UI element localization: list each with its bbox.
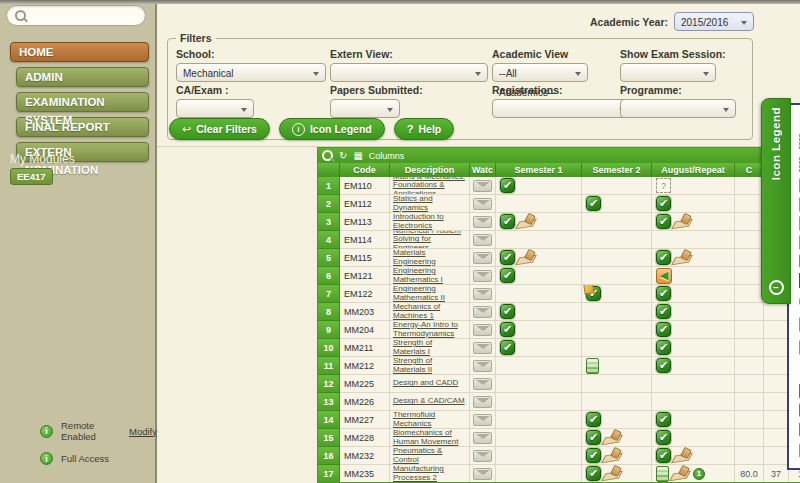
search-input[interactable] [31, 9, 135, 22]
stamp-icon[interactable] [604, 448, 622, 463]
envelope-icon[interactable] [473, 216, 492, 228]
modify-link[interactable]: Modify [129, 426, 157, 437]
envelope-icon[interactable] [473, 324, 492, 336]
check-icon[interactable] [656, 412, 671, 427]
envelope-icon[interactable] [473, 198, 492, 210]
stamp-icon[interactable] [674, 250, 692, 265]
check-icon[interactable] [656, 214, 671, 229]
module-link[interactable]: Pneumatics & Control [393, 447, 466, 464]
check-icon[interactable] [586, 448, 601, 463]
question-icon[interactable] [656, 178, 671, 193]
stamp-icon[interactable] [674, 214, 692, 229]
envelope-icon[interactable] [473, 342, 492, 354]
filter-select[interactable] [620, 99, 736, 118]
module-link[interactable]: Manufacturing Processes 2 [393, 465, 466, 482]
module-link[interactable]: Thermofluid Mechanics [393, 411, 466, 428]
module-link[interactable]: Strength of Materials II [393, 357, 466, 374]
check-icon[interactable] [586, 412, 601, 427]
module-link[interactable]: Engineering Mathematics I [393, 267, 466, 284]
check-icon[interactable] [586, 430, 601, 445]
check-icon[interactable] [500, 304, 515, 319]
stamp-icon[interactable] [674, 448, 692, 463]
filter-select[interactable] [176, 99, 254, 118]
check-tag-icon[interactable] [586, 286, 601, 301]
module-link[interactable]: Biomechanics of Human Movement [393, 429, 466, 446]
doc-green-icon[interactable] [656, 466, 669, 482]
check-icon[interactable] [656, 322, 671, 337]
envelope-icon[interactable] [473, 288, 492, 300]
module-link[interactable]: Engineering Mathematics II [393, 285, 466, 302]
stamp-icon[interactable] [518, 250, 536, 265]
module-link[interactable]: Design and CADD [393, 379, 458, 388]
check-icon[interactable] [656, 430, 671, 445]
module-link[interactable]: Energy-An Intro to Thermodynamics [393, 321, 466, 338]
module-link[interactable]: Maths & Mechanics: Foundations & Applica… [393, 177, 466, 195]
columns-icon[interactable]: ▦ [353, 151, 362, 161]
stamp-icon[interactable] [604, 466, 622, 481]
refresh-icon[interactable]: ↻ [339, 151, 347, 161]
stamp-icon[interactable] [672, 466, 690, 481]
envelope-icon[interactable] [473, 468, 492, 480]
column-header-description[interactable]: Description [390, 163, 470, 177]
stamp-icon[interactable] [518, 214, 536, 229]
stamp-icon[interactable] [604, 430, 622, 445]
filter-select[interactable] [330, 63, 488, 82]
filter-select[interactable]: Mechanical [176, 63, 326, 82]
check-icon[interactable] [500, 214, 515, 229]
column-header-c[interactable]: C [735, 163, 764, 177]
sidebar-item-home[interactable]: HOME [10, 42, 149, 62]
module-link[interactable]: Statics and Dynamics [393, 195, 466, 212]
sidebar-item-final-report[interactable]: FINAL REPORT [16, 117, 149, 137]
check-icon[interactable] [656, 250, 671, 265]
module-link[interactable]: Introduction to Electronics [393, 213, 466, 230]
check-icon[interactable] [656, 340, 671, 355]
module-link[interactable]: Design & CAD/CAM [393, 397, 465, 406]
check-icon[interactable] [586, 196, 601, 211]
sidebar-item-admin[interactable]: ADMIN [16, 67, 149, 87]
check-icon[interactable] [656, 196, 671, 211]
module-badge-ee417[interactable]: EE417 [10, 168, 53, 185]
column-header-watc[interactable]: Watc [470, 163, 496, 177]
check-icon[interactable] [656, 286, 671, 301]
returned-icon[interactable] [656, 268, 672, 284]
check-icon[interactable] [500, 322, 515, 337]
envelope-icon[interactable] [473, 414, 492, 426]
envelope-icon[interactable] [473, 378, 492, 390]
check-icon[interactable] [586, 466, 601, 481]
check-icon[interactable] [500, 268, 515, 283]
academic-year-select[interactable]: 2015/2016 [674, 12, 754, 31]
column-header-semester-2[interactable]: Semester 2 [582, 163, 652, 177]
badge-1-icon[interactable] [693, 468, 705, 480]
filter-select[interactable] [492, 99, 632, 118]
filter-select[interactable]: --All Academics-- [492, 63, 588, 82]
module-link[interactable]: Strength of Materials I [393, 339, 466, 356]
filter-select[interactable] [330, 99, 400, 118]
doc-icon[interactable] [586, 358, 599, 374]
columns-label[interactable]: Columns [369, 151, 405, 161]
envelope-icon[interactable] [473, 450, 492, 462]
envelope-icon[interactable] [473, 180, 492, 192]
envelope-icon[interactable] [473, 306, 492, 318]
column-header-blank[interactable] [318, 163, 340, 177]
check-icon[interactable] [656, 448, 671, 463]
module-link[interactable]: Materials Engineering [393, 249, 466, 266]
help-button[interactable]: ?Help [394, 118, 455, 140]
clear-filters-button[interactable]: ↩Clear Filters [169, 118, 270, 140]
envelope-icon[interactable] [473, 396, 492, 408]
column-header-code[interactable]: Code [340, 163, 390, 177]
envelope-icon[interactable] [473, 360, 492, 372]
check-icon[interactable] [656, 358, 671, 373]
envelope-icon[interactable] [473, 234, 492, 246]
check-icon[interactable] [500, 340, 515, 355]
column-header-august-repeat[interactable]: August/Repeat [652, 163, 735, 177]
check-icon[interactable] [500, 250, 515, 265]
table-search-icon[interactable] [322, 150, 333, 161]
icon-legend-button[interactable]: iIcon Legend [279, 118, 385, 140]
collapse-minus-icon[interactable]: − [769, 280, 784, 295]
icon-legend-tab[interactable]: Icon Legend − [761, 98, 791, 304]
sidebar-search[interactable] [6, 5, 146, 26]
check-icon[interactable] [500, 178, 515, 193]
column-header-semester-1[interactable]: Semester 1 [496, 163, 582, 177]
envelope-icon[interactable] [473, 432, 492, 444]
module-link[interactable]: Numerical Problem Solving for Engineers [393, 231, 466, 249]
